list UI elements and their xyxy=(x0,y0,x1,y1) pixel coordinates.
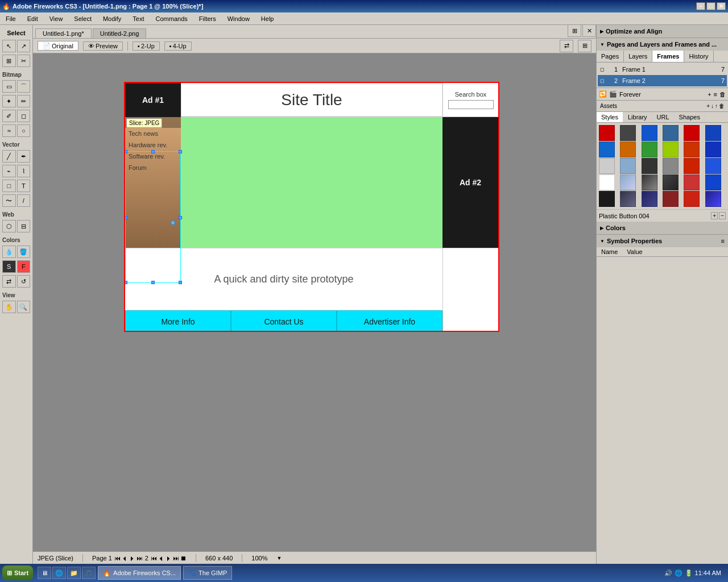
tab-layers[interactable]: Layers xyxy=(624,51,652,62)
swatch-29[interactable] xyxy=(705,191,721,207)
swatch-20[interactable] xyxy=(642,174,657,190)
minimize-button[interactable]: − xyxy=(696,2,705,10)
search-input-mock[interactable] xyxy=(448,100,494,109)
stroke-color[interactable]: S xyxy=(2,260,16,273)
pointer-tool[interactable]: ↖ xyxy=(2,40,16,52)
canvas-options-btn[interactable]: ⊞ xyxy=(578,40,592,52)
view-preview-btn[interactable]: 👁 Preview xyxy=(83,41,123,51)
nav-item-0[interactable]: Tech news xyxy=(125,128,181,139)
menu-edit[interactable]: Edit xyxy=(24,14,42,23)
swatch-10[interactable] xyxy=(684,142,700,157)
optimize-header[interactable]: ▶ Optimize and Align xyxy=(597,25,728,38)
swatch-17[interactable] xyxy=(705,158,721,174)
slice-tool[interactable]: ⊟ xyxy=(17,220,31,232)
doc-tab-1[interactable]: Untitled-1.png* xyxy=(35,28,92,38)
assets-import-btn[interactable]: ↓ xyxy=(711,103,714,109)
swatch-24[interactable] xyxy=(599,191,615,207)
assets-tab-shapes[interactable]: Shapes xyxy=(675,112,705,122)
folder-btn[interactable]: 📁 xyxy=(67,567,81,579)
swatch-21[interactable] xyxy=(663,174,679,190)
view-4up-btn[interactable]: ▪ 4-Up xyxy=(164,41,192,51)
canvas-scroll[interactable]: Ad #1 Site Title Search box Slice: JPEG xyxy=(33,53,596,551)
frame-row-2[interactable]: ◻ 2 Frame 2 7 xyxy=(598,75,727,86)
zoom-tool[interactable]: 🔍 xyxy=(17,301,31,313)
swatch-11[interactable] xyxy=(705,142,721,157)
doc-close-btn[interactable]: ✕ xyxy=(582,25,596,37)
fireworks-taskbar-btn[interactable]: 🔥 Adobe Fireworks CS... xyxy=(98,566,181,580)
eraser-tool[interactable]: ◻ xyxy=(17,110,31,122)
footer-advertiser-info[interactable]: Advertiser Info xyxy=(337,310,442,332)
menu-help[interactable]: Help xyxy=(258,14,278,23)
default-colors[interactable]: ↺ xyxy=(17,275,31,288)
eyedropper-tool[interactable]: 💧 xyxy=(2,246,16,258)
pages-header[interactable]: ▼ Pages and Layers and Frames and ... xyxy=(597,38,728,51)
frame-nav[interactable]: ⏮ ⏴ ⏵ ⏭ ⏹ xyxy=(151,555,187,562)
pen-tool[interactable]: ✒ xyxy=(17,150,31,163)
swatch-14[interactable] xyxy=(642,158,657,174)
swatch-13[interactable] xyxy=(620,158,636,174)
maximize-button[interactable]: □ xyxy=(706,2,715,10)
nav-item-2[interactable]: Software rev. xyxy=(125,151,181,162)
magic-wand-tool[interactable]: ✦ xyxy=(2,95,16,107)
swatch-6[interactable] xyxy=(599,142,615,157)
swatch-5[interactable] xyxy=(705,125,721,141)
swatch-15[interactable] xyxy=(663,158,679,174)
tab-frames[interactable]: Frames xyxy=(652,51,684,62)
swatch-0[interactable] xyxy=(599,125,615,141)
pencil-tool[interactable]: ✐ xyxy=(2,110,16,122)
doc-options-btn[interactable]: ⊞ xyxy=(568,25,581,37)
tab-history[interactable]: History xyxy=(684,51,713,62)
swatch-22[interactable] xyxy=(684,174,700,190)
swatch-12[interactable] xyxy=(599,158,615,174)
swatch-1[interactable] xyxy=(620,125,636,141)
line-tool[interactable]: ╱ xyxy=(2,150,16,163)
assets-add-btn[interactable]: + xyxy=(706,103,710,109)
swatch-19[interactable] xyxy=(620,174,636,190)
media-btn[interactable]: 🎵 xyxy=(82,567,96,579)
colors-header[interactable]: ▶ Colors xyxy=(597,222,728,234)
nav-item-3[interactable]: Forum xyxy=(125,162,181,173)
page-nav[interactable]: ⏮ ⏴ ⏵ ⏭ xyxy=(114,555,143,562)
hotspot-tool[interactable]: ⬡ xyxy=(2,220,16,232)
swatch-18[interactable] xyxy=(599,174,615,190)
frame-row-1[interactable]: ◻ 1 Frame 1 7 xyxy=(598,64,727,75)
footer-more-info[interactable]: More Info xyxy=(125,310,231,332)
marquee-tool[interactable]: ▭ xyxy=(2,80,16,93)
swatch-7[interactable] xyxy=(620,142,636,157)
symbol-props-header[interactable]: ▼ Symbol Properties ≡ xyxy=(597,235,728,247)
knife-tool[interactable]: / xyxy=(17,194,31,207)
rect-tool[interactable]: □ xyxy=(2,180,16,192)
swatch-26[interactable] xyxy=(642,191,657,207)
loop-add-icon[interactable]: + xyxy=(708,91,711,98)
crop-tool[interactable]: ✂ xyxy=(17,55,31,67)
canvas-nav-btn[interactable]: ⇄ xyxy=(560,40,573,52)
assets-tab-styles[interactable]: Styles xyxy=(597,112,623,122)
swatch-4[interactable] xyxy=(684,125,700,141)
loop-trash-icon[interactable]: 🗑 xyxy=(719,91,726,98)
swatch-8[interactable] xyxy=(642,142,657,157)
swatch-16[interactable] xyxy=(684,158,700,174)
text-tool[interactable]: T xyxy=(17,180,31,192)
footer-contact-us[interactable]: Contact Us xyxy=(231,310,337,332)
tab-pages[interactable]: Pages xyxy=(597,51,624,62)
ie-btn[interactable]: 🌐 xyxy=(52,567,66,579)
assets-tab-library[interactable]: Library xyxy=(623,112,652,122)
doc-tab-2[interactable]: Untitled-2.png xyxy=(93,28,147,38)
start-button[interactable]: ⊞ Start xyxy=(2,566,33,580)
freeform-tool[interactable]: 〜 xyxy=(2,194,16,207)
blur-tool[interactable]: ≈ xyxy=(2,124,16,137)
swatch-2[interactable] xyxy=(642,125,657,141)
view-original-btn[interactable]: 📄 Original xyxy=(38,41,78,51)
fill-color[interactable]: F xyxy=(17,260,31,273)
subselect-tool[interactable]: ↗ xyxy=(17,40,31,52)
zoom-dropdown[interactable]: ▼ xyxy=(276,555,282,561)
nav-item-1[interactable]: Hardware rev. xyxy=(125,139,181,151)
menu-text[interactable]: Text xyxy=(129,14,147,23)
symbol-options-icon[interactable]: ≡ xyxy=(721,238,725,244)
swatch-27[interactable] xyxy=(663,191,679,207)
menu-commands[interactable]: Commands xyxy=(152,14,191,23)
swap-colors[interactable]: ⇄ xyxy=(2,275,16,288)
swatch-25[interactable] xyxy=(620,191,636,207)
menu-filters[interactable]: Filters xyxy=(196,14,220,23)
hand-tool[interactable]: ✋ xyxy=(2,301,16,313)
